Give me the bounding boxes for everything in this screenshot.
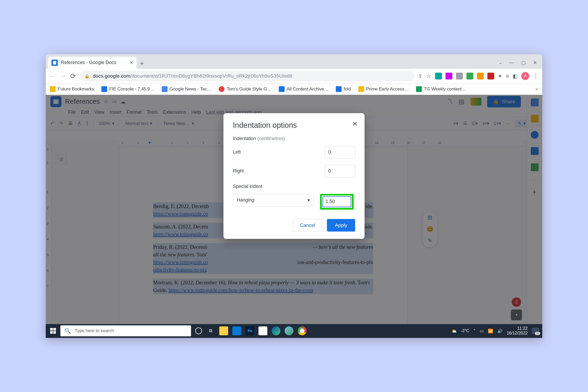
taskbar-search-input[interactable]: 🔍 Type here to search bbox=[60, 325, 191, 336]
chrome-menu-icon[interactable]: ⋮ bbox=[533, 73, 539, 79]
dialog-title: Indentation options bbox=[233, 121, 355, 130]
bookmark-label: FIE Console - 7.45.9… bbox=[109, 87, 154, 92]
reload-icon[interactable]: ⟳ bbox=[70, 72, 76, 80]
browser-tabstrip: References - Google Docs × + ⌄ — ▢ ✕ bbox=[46, 54, 542, 69]
address-bar: ← → ⟳ 🔒 docs.google.com/document/d/1RJTH… bbox=[46, 69, 542, 84]
maximize-icon[interactable]: ▢ bbox=[521, 60, 526, 66]
side-panel-icon[interactable]: ◧ bbox=[513, 73, 518, 79]
apply-button[interactable]: Apply bbox=[327, 219, 355, 232]
chevron-down-icon: ▾ bbox=[308, 197, 310, 203]
bookmarks-bar: Future Bookmarks FIE Console - 7.45.9… G… bbox=[46, 84, 542, 95]
bookmark-label: Prime Early Access… bbox=[366, 87, 409, 92]
profile-avatar[interactable]: A bbox=[521, 72, 529, 80]
windows-logo-icon bbox=[50, 328, 56, 334]
windows-taskbar: 🔍 Type here to search ⧉ Ps ⛅ -2°C ˄ ▭ 📶 … bbox=[46, 324, 542, 338]
microsoft-store-icon[interactable] bbox=[258, 326, 267, 335]
time-label: 11:22 bbox=[507, 326, 528, 331]
docs-app: References ☆ ⇨ ☁ 〽 ▤ 🔒Share A File Edit … bbox=[46, 95, 542, 324]
extension-icon[interactable] bbox=[435, 73, 442, 79]
share-page-icon[interactable]: ⇪ bbox=[418, 73, 423, 79]
edge-icon[interactable] bbox=[272, 326, 280, 335]
tab-search-icon[interactable]: ⌄ bbox=[499, 60, 502, 65]
dialog-close-icon[interactable]: ✕ bbox=[352, 120, 358, 128]
bookmark-item[interactable]: All Content Archive… bbox=[279, 86, 329, 92]
right-indent-label: Right bbox=[233, 168, 244, 174]
bookmark-label: fold bbox=[344, 87, 351, 92]
extensions-row: ⇪ ☆ ✦ ≡ ◧ A ⋮ bbox=[418, 72, 539, 80]
system-tray: ⛅ -2°C ˄ ▭ 📶 🔊 11:22 16/12/2022 15 bbox=[452, 326, 542, 336]
tab-close-icon[interactable]: × bbox=[130, 60, 133, 66]
cortana-icon[interactable] bbox=[195, 327, 202, 334]
search-placeholder: Type here to search bbox=[75, 328, 114, 333]
volume-icon[interactable]: 🔊 bbox=[497, 328, 503, 333]
bookmark-item[interactable]: Google News - Tec… bbox=[162, 86, 211, 92]
docs-favicon bbox=[51, 60, 58, 66]
app-icon[interactable] bbox=[285, 326, 293, 335]
url-input[interactable]: 🔒 docs.google.com/document/d/1RJTHmD6vgY… bbox=[80, 71, 414, 81]
bookmark-label: TG Weekly content… bbox=[424, 87, 466, 92]
forward-icon: → bbox=[60, 72, 67, 80]
extension-icon[interactable] bbox=[466, 73, 473, 79]
mail-icon[interactable] bbox=[232, 326, 241, 335]
bookmark-item[interactable]: Future Bookmarks bbox=[50, 86, 94, 92]
window-controls: ⌄ — ▢ ✕ bbox=[499, 57, 540, 69]
screenshot-window: References - Google Docs × + ⌄ — ▢ ✕ ← →… bbox=[46, 54, 542, 338]
task-view-icon[interactable]: ⧉ bbox=[206, 326, 215, 335]
wifi-icon[interactable]: 📶 bbox=[488, 328, 493, 333]
bookmarks-overflow-icon[interactable]: » bbox=[536, 87, 538, 92]
special-indent-label: Special indent bbox=[233, 184, 355, 189]
url-host: docs.google.com bbox=[93, 73, 130, 79]
new-tab-button[interactable]: + bbox=[137, 58, 147, 69]
url-path: /document/d/1RJTHmD6vgYBh82t9nxsopVrRu_o… bbox=[130, 73, 292, 79]
special-indent-dropdown[interactable]: Hanging ▾ bbox=[233, 194, 314, 206]
extensions-puzzle-icon[interactable]: ✦ bbox=[498, 73, 502, 79]
extension-icon[interactable] bbox=[456, 73, 463, 79]
close-window-icon[interactable]: ✕ bbox=[533, 60, 537, 66]
bookmark-item[interactable]: Prime Early Access… bbox=[358, 86, 409, 92]
extension-icon[interactable] bbox=[487, 73, 494, 79]
chrome-icon[interactable] bbox=[298, 326, 307, 335]
photoshop-icon[interactable]: Ps bbox=[245, 326, 254, 335]
extension-icon[interactable] bbox=[446, 73, 452, 79]
left-indent-label: Left bbox=[233, 149, 241, 155]
back-icon[interactable]: ← bbox=[49, 72, 56, 80]
bookmark-label: All Content Archive… bbox=[287, 87, 329, 92]
date-label: 16/12/2022 bbox=[507, 331, 528, 336]
indentation-options-dialog: Indentation options ✕ Indentation (centi… bbox=[223, 113, 365, 239]
bookmark-label: Future Bookmarks bbox=[58, 87, 94, 92]
bookmark-item[interactable]: fold bbox=[336, 86, 351, 92]
right-indent-input[interactable]: 0 bbox=[325, 165, 355, 177]
minimize-icon[interactable]: — bbox=[509, 60, 514, 65]
tray-expand-icon[interactable]: ˄ bbox=[474, 328, 476, 333]
tab-title: References - Google Docs bbox=[61, 60, 116, 65]
weather-icon[interactable]: ⛅ bbox=[452, 328, 457, 333]
bookmark-item[interactable]: Tom's Guide Style G… bbox=[219, 86, 271, 92]
start-button[interactable] bbox=[46, 324, 60, 338]
special-indent-value: Hanging bbox=[237, 197, 254, 203]
bookmark-label: Google News - Tec… bbox=[170, 87, 211, 92]
cancel-button[interactable]: Cancel bbox=[293, 219, 322, 232]
bookmark-label: Tom's Guide Style G… bbox=[227, 87, 271, 92]
bookmark-item[interactable]: TG Weekly content… bbox=[416, 86, 466, 92]
annotation-highlight bbox=[320, 194, 354, 210]
reading-list-icon[interactable]: ≡ bbox=[506, 73, 509, 79]
file-explorer-icon[interactable] bbox=[219, 326, 228, 335]
action-center-icon[interactable]: 15 bbox=[532, 328, 539, 334]
bookmark-star-icon[interactable]: ☆ bbox=[426, 73, 431, 79]
search-icon: 🔍 bbox=[65, 328, 71, 334]
left-indent-input[interactable]: 0 bbox=[325, 146, 355, 159]
clock[interactable]: 11:22 16/12/2022 bbox=[507, 326, 528, 336]
special-indent-amount-input[interactable] bbox=[322, 196, 351, 207]
temperature-label[interactable]: -2°C bbox=[461, 328, 469, 333]
bookmark-item[interactable]: FIE Console - 7.45.9… bbox=[101, 86, 154, 92]
lock-icon: 🔒 bbox=[84, 74, 90, 79]
browser-tab[interactable]: References - Google Docs × bbox=[48, 57, 137, 69]
battery-icon[interactable]: ▭ bbox=[480, 328, 484, 333]
indentation-section-label: Indentation (centimetres) bbox=[233, 136, 355, 141]
extension-icon[interactable] bbox=[477, 73, 484, 79]
